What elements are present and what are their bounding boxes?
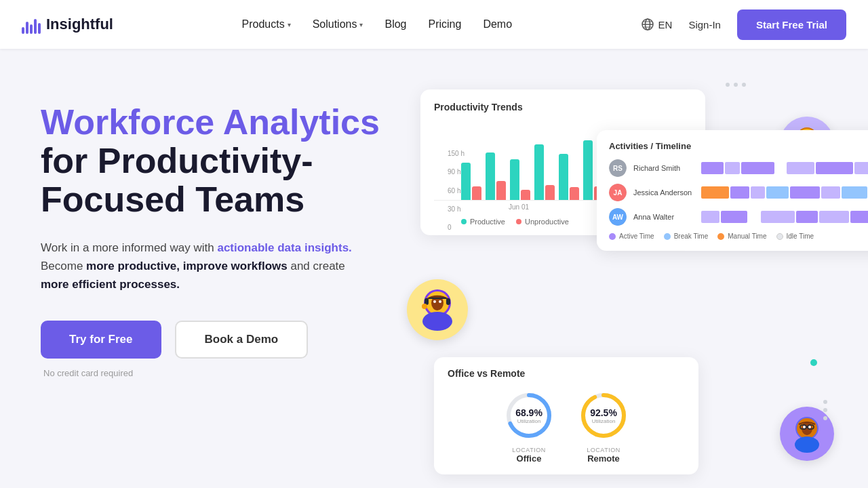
remote-pct: 92.5% [590, 407, 617, 418]
hero-bold1: more productive, improve workflows [86, 260, 288, 272]
timeline-row: AW Anna Walter [609, 208, 868, 226]
hero-bold2: more efficient processes. [41, 278, 180, 291]
language-selector[interactable]: EN [641, 18, 673, 31]
remote-gauge-center: 92.5% Utilization [590, 407, 617, 424]
gauge-remote: 92.5% Utilization LOCATION Remote [576, 388, 631, 464]
timeline-bar-anna [701, 211, 868, 223]
bar-unproductive [570, 187, 579, 200]
dots-decoration-side [823, 400, 827, 420]
chevron-down-icon: ▾ [359, 21, 363, 28]
idle-dot [776, 233, 783, 240]
hero-title: Workforce Analytics for Productivity-Foc… [41, 103, 393, 220]
timeline-bar-richard [701, 162, 868, 174]
logo-area: Insightful [22, 15, 113, 34]
bar-productive [486, 152, 495, 200]
svg-point-35 [795, 436, 819, 453]
bar-unproductive [472, 186, 481, 200]
avatar-jessica: JA [609, 184, 627, 201]
dot [726, 83, 730, 87]
bar-unproductive [521, 190, 530, 200]
office-gauge-center: 68.9% Utilization [515, 407, 542, 424]
bar-productive [583, 140, 593, 200]
legend-break-label: Break Time [674, 232, 709, 240]
timeline-row: RS Richard Smith [609, 159, 868, 177]
start-trial-button[interactable]: Start Free Trial [737, 9, 846, 40]
nav-pricing[interactable]: Pricing [428, 18, 461, 30]
svg-rect-20 [446, 298, 450, 305]
productivity-card-title: Productivity Trends [434, 102, 692, 113]
dot [823, 408, 827, 412]
remote-location-name: Remote [587, 453, 620, 464]
hero-subtitle: Work in a more informed way with actiona… [41, 239, 353, 294]
dot [823, 400, 827, 404]
hero-link: actionable data insights. [217, 241, 351, 254]
nav-products[interactable]: Products ▾ [241, 18, 290, 30]
bar-group [510, 159, 530, 200]
bar-productive [534, 144, 544, 200]
activities-legend: Active Time Break Time Manual Time Idle … [609, 232, 868, 240]
svg-point-16 [433, 300, 436, 303]
teal-dot [810, 359, 817, 366]
signin-button[interactable]: Sign-In [688, 19, 721, 30]
nav-demo[interactable]: Demo [483, 18, 512, 30]
hero-section: Workforce Analytics for Productivity-Foc… [0, 49, 868, 488]
try-free-button[interactable]: Try for Free [41, 321, 161, 359]
legend-break: Break Time [664, 232, 709, 240]
dot [823, 416, 827, 420]
bar-group [461, 163, 481, 200]
office-location-label: LOCATION [512, 447, 545, 453]
avatar-anna: AW [609, 208, 627, 226]
hero-visuals: Productivity Trends 150 h 90 h 60 h 30 h… [407, 89, 827, 488]
hero-buttons: Try for Free Book a Demo [41, 321, 393, 359]
nav-solutions[interactable]: Solutions ▾ [313, 18, 363, 30]
office-gauge-circle: 68.9% Utilization [502, 388, 556, 443]
nav-links: Products ▾ Solutions ▾ Blog Pricing Demo [241, 18, 512, 30]
no-credit-label: No credit card required [43, 368, 393, 378]
timeline-bar-jessica [701, 186, 868, 199]
bar-group [534, 144, 555, 200]
dots-decoration-top [726, 83, 746, 87]
remote-label: LOCATION Remote [587, 447, 620, 464]
remote-location-label: LOCATION [587, 447, 620, 453]
gauge-office: 68.9% Utilization LOCATION Office [502, 388, 556, 464]
gauges: 68.9% Utilization LOCATION Office [448, 388, 685, 464]
svg-point-31 [808, 426, 811, 428]
legend-unproductive: Unproductive [516, 218, 569, 226]
bar-productive [461, 163, 471, 200]
bar-unproductive [545, 185, 555, 200]
avatar-richard: RS [609, 159, 627, 177]
active-dot [609, 233, 616, 240]
legend-unproductive-label: Unproductive [525, 218, 569, 226]
remote-sub: Utilization [590, 418, 617, 424]
office-remote-card: Office vs Remote 68.9% Utilization [434, 357, 698, 474]
x-label: Jun 01 [509, 203, 529, 211]
timeline-name-anna: Anna Walter [633, 213, 694, 221]
legend-productive: Productive [461, 218, 505, 226]
logo[interactable]: Insightful [22, 15, 113, 34]
office-label: LOCATION Office [512, 447, 545, 464]
timeline-name-richard: Richard Smith [633, 164, 694, 172]
manual-dot [717, 233, 724, 240]
svg-point-29 [802, 422, 812, 435]
navbar: Insightful Products ▾ Solutions ▾ Blog P… [0, 0, 868, 49]
svg-point-30 [803, 426, 806, 428]
office-pct: 68.9% [515, 407, 542, 418]
avatar-woman-illustration [407, 279, 468, 340]
chevron-down-icon: ▾ [288, 21, 291, 28]
office-location-name: Office [512, 453, 545, 464]
logo-text: Insightful [46, 16, 113, 33]
hero-content: Workforce Analytics for Productivity-Foc… [41, 89, 393, 378]
navbar-right: EN Sign-In Start Free Trial [641, 9, 846, 40]
hero-title-accent: Workforce Analytics [41, 102, 380, 142]
legend-idle: Idle Time [776, 232, 814, 240]
book-demo-button[interactable]: Book a Demo [175, 321, 309, 359]
legend-manual-label: Manual Time [728, 232, 766, 240]
legend-idle-label: Idle Time [787, 232, 814, 240]
unproductive-dot [516, 219, 521, 224]
activities-title: Activities / Timeline [609, 141, 868, 151]
bar-productive [559, 154, 568, 200]
bar-unproductive [496, 181, 506, 200]
nav-blog[interactable]: Blog [384, 18, 406, 30]
legend-productive-label: Productive [470, 218, 505, 226]
svg-point-18 [422, 312, 452, 331]
